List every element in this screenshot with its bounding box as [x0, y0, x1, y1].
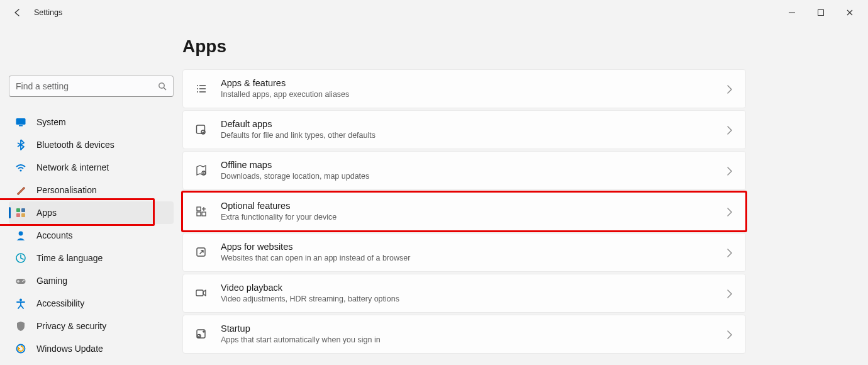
card-texts: Video playbackVideo adjustments, HDR str… [221, 282, 713, 304]
main-panel: Apps Apps & featuresInstalled apps, app … [182, 25, 868, 365]
card-texts: Apps & featuresInstalled apps, app execu… [221, 77, 713, 99]
accessibility-icon [15, 298, 26, 309]
sidebar-item-personalisation[interactable]: Personalisation [9, 179, 174, 201]
settings-list: Apps & featuresInstalled apps, app execu… [182, 69, 746, 354]
chevron-right-icon [725, 248, 734, 257]
settings-card-apps-features[interactable]: Apps & featuresInstalled apps, app execu… [182, 69, 746, 108]
sidebar-item-system[interactable]: System [9, 111, 174, 133]
sidebar-item-privacy-security[interactable]: Privacy & security [9, 315, 174, 337]
chevron-right-icon [725, 289, 734, 298]
settings-card-default-apps[interactable]: Default appsDefaults for file and link t… [182, 110, 746, 149]
person-icon [15, 230, 26, 241]
card-title: Default apps [221, 118, 713, 130]
startup-icon [194, 327, 208, 341]
chevron-right-icon [725, 125, 734, 134]
card-title: Startup [221, 323, 713, 335]
card-texts: Offline mapsDownloads, storage location,… [221, 159, 713, 181]
bluetooth-icon [15, 139, 26, 150]
settings-card-apps-for-websites[interactable]: Apps for websitesWebsites that can open … [182, 233, 746, 272]
brush-icon [15, 184, 26, 196]
sidebar-item-label: Accounts [36, 230, 73, 240]
card-title: Apps & features [221, 77, 713, 89]
display-icon [15, 116, 26, 128]
puzzle-icon [194, 205, 208, 218]
card-title: Optional features [221, 200, 713, 212]
sidebar: SystemBluetooth & devicesNetwork & inter… [0, 25, 182, 365]
card-subtitle: Video adjustments, HDR streaming, batter… [221, 294, 713, 304]
sidebar-item-label: Time & language [36, 253, 103, 263]
list-icon [194, 82, 208, 96]
card-subtitle: Installed apps, app execution aliases [221, 89, 713, 99]
page-title: Apps [182, 36, 868, 57]
window-maximize-button[interactable] [806, 3, 835, 23]
chevron-right-icon [725, 166, 734, 175]
sidebar-item-windows-update[interactable]: Windows Update [9, 337, 174, 360]
card-texts: Optional featuresExtra functionality for… [221, 200, 713, 222]
window-close-button[interactable] [835, 3, 864, 23]
sidebar-item-accessibility[interactable]: Accessibility [9, 292, 174, 315]
sidebar-item-gaming[interactable]: Gaming [9, 269, 174, 292]
sidebar-item-accounts[interactable]: Accounts [9, 224, 174, 247]
open-external-icon [194, 245, 208, 259]
sidebar-item-label: Apps [36, 208, 57, 218]
card-subtitle: Websites that can open in an app instead… [221, 253, 713, 263]
card-title: Video playback [221, 282, 713, 294]
video-icon [194, 286, 208, 300]
card-subtitle: Downloads, storage location, map updates [221, 171, 713, 181]
apps-icon [15, 207, 26, 218]
settings-card-optional-features[interactable]: Optional featuresExtra functionality for… [182, 192, 746, 231]
settings-card-offline-maps[interactable]: Offline mapsDownloads, storage location,… [182, 151, 746, 190]
shield-icon [15, 320, 26, 332]
wifi-icon [15, 162, 26, 173]
sidebar-item-time-language[interactable]: Time & language [9, 247, 174, 269]
sidebar-item-label: Gaming [36, 276, 67, 286]
sidebar-nav: SystemBluetooth & devicesNetwork & inter… [9, 111, 174, 360]
search-icon [158, 82, 167, 91]
titlebar: Settings [0, 0, 868, 25]
gamepad-icon [15, 275, 26, 286]
settings-card-startup[interactable]: StartupApps that start automatically whe… [182, 315, 746, 354]
default-apps-icon [194, 123, 208, 137]
card-texts: StartupApps that start automatically whe… [221, 323, 713, 345]
card-subtitle: Extra functionality for your device [221, 212, 713, 222]
sidebar-item-label: Privacy & security [36, 321, 106, 331]
sidebar-item-label: Network & internet [36, 162, 109, 172]
card-texts: Default appsDefaults for file and link t… [221, 118, 713, 140]
card-title: Apps for websites [221, 241, 713, 253]
card-texts: Apps for websitesWebsites that can open … [221, 241, 713, 263]
card-title: Offline maps [221, 159, 713, 171]
clock-globe-icon [15, 252, 26, 264]
app-title: Settings [34, 8, 62, 17]
sidebar-item-label: System [36, 117, 66, 127]
card-subtitle: Defaults for file and link types, other … [221, 130, 713, 140]
sidebar-item-bluetooth-devices[interactable]: Bluetooth & devices [9, 133, 174, 156]
chevron-right-icon [725, 84, 734, 93]
window-minimize-button[interactable] [777, 3, 806, 23]
sidebar-item-label: Accessibility [36, 298, 84, 308]
search-input[interactable] [16, 81, 158, 91]
settings-card-video-playback[interactable]: Video playbackVideo adjustments, HDR str… [182, 274, 746, 313]
search-field[interactable] [9, 76, 174, 97]
card-subtitle: Apps that start automatically when you s… [221, 335, 713, 345]
update-icon [15, 343, 26, 354]
map-icon [194, 164, 208, 177]
back-button[interactable] [13, 8, 23, 18]
sidebar-item-label: Bluetooth & devices [36, 140, 114, 150]
sidebar-item-network-internet[interactable]: Network & internet [9, 156, 174, 179]
chevron-right-icon [725, 330, 734, 339]
chevron-right-icon [725, 207, 734, 216]
sidebar-item-label: Personalisation [36, 185, 97, 195]
sidebar-item-label: Windows Update [36, 344, 103, 354]
sidebar-item-apps[interactable]: Apps [9, 201, 174, 224]
